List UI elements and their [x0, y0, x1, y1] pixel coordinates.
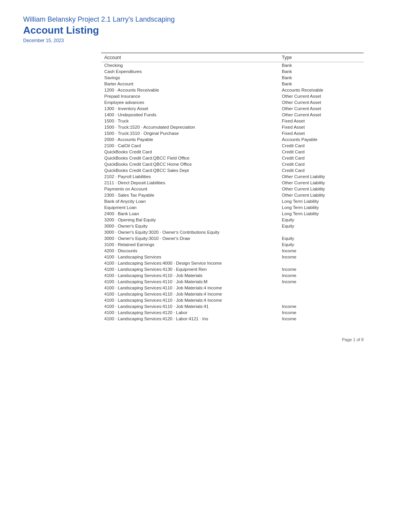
table-row: 3000 · Owner's Equity:3010 · Owner's Dra…: [101, 235, 364, 241]
table-row: 3000 · Owner's Equity:3020 · Owner's Con…: [101, 229, 364, 235]
report-header: William Belansky Project 2.1 Larry's Lan…: [23, 15, 387, 43]
account-type-cell: [279, 297, 364, 303]
account-type-cell: Credit Card: [279, 155, 364, 161]
account-type-cell: Income: [279, 303, 364, 309]
table-row: 2300 · Sales Tax PayableOther Current Li…: [101, 192, 364, 198]
table-row: 1300 · Inventory AssetOther Current Asse…: [101, 105, 364, 112]
table-row: 2400 · Bank LoanLong Term Liability: [101, 211, 364, 217]
table-row: 4100 · Landscaping Services:4000 · Desig…: [101, 260, 364, 266]
table-row: Equipment LoanLong Term Liability: [101, 204, 364, 211]
account-type-cell: Other Current Asset: [279, 93, 364, 99]
account-name-cell: Cash Expenditures: [101, 68, 279, 75]
table-row: QuickBooks Credit Card:QBCC Field Office…: [101, 155, 364, 161]
account-name-cell: 1400 · Undeposited Funds: [101, 112, 279, 118]
table-row: SavingsBank: [101, 75, 364, 81]
account-name-cell: 2100 · CalOil Card: [101, 143, 279, 149]
account-name-cell: QuickBooks Credit Card:QBCC Field Office: [101, 155, 279, 161]
account-type-cell: Credit Card: [279, 167, 364, 173]
account-name-cell: 1500 · Truck:1510 · Original Purchase: [101, 130, 279, 136]
report-title: Account Listing: [23, 24, 387, 36]
account-type-cell: [279, 260, 364, 266]
account-type-cell: Income: [279, 254, 364, 260]
account-name-cell: 4100 · Landscaping Services:4110 · Job M…: [101, 279, 279, 285]
table-row: 3100 · Retained EarningsEquity: [101, 241, 364, 248]
table-row: 3200 · Opening Bal EquityEquity: [101, 217, 364, 223]
account-type-cell: Equity: [279, 217, 364, 223]
table-row: Employee advancesOther Current Asset: [101, 99, 364, 105]
account-name-cell: 4100 · Landscaping Services:4110 · Job M…: [101, 285, 279, 291]
page-number: Page 1 of 8: [342, 337, 364, 342]
account-type-cell: [279, 291, 364, 297]
account-name-cell: 1200 · Accounts Receivable: [101, 87, 279, 93]
account-name-cell: 1500 · Truck:1520 · Accumulated Deprecia…: [101, 124, 279, 130]
account-type-cell: Equity: [279, 235, 364, 241]
account-type-cell: Other Current Liability: [279, 186, 364, 192]
table-row: 4100 · Landscaping Services:4110 · Job M…: [101, 279, 364, 285]
account-name-cell: 3000 · Owner's Equity:3020 · Owner's Con…: [101, 229, 279, 235]
account-type-cell: Fixed Asset: [279, 118, 364, 124]
account-name-cell: 3000 · Owner's Equity:3010 · Owner's Dra…: [101, 235, 279, 241]
account-name-cell: 4100 · Landscaping Services:4120 · Labor: [101, 309, 279, 316]
table-row: 4200 · DiscountsIncome: [101, 248, 364, 254]
account-type-cell: Fixed Asset: [279, 130, 364, 136]
account-name-cell: 4100 · Landscaping Services:4110 · Job M…: [101, 303, 279, 309]
table-row: 4100 · Landscaping Services:4130 · Equip…: [101, 266, 364, 272]
account-type-cell: Fixed Asset: [279, 124, 364, 130]
account-type-cell: Accounts Payable: [279, 136, 364, 143]
account-name-cell: 4100 · Landscaping Services:4120 · Labor…: [101, 316, 279, 322]
account-type-cell: Other Current Liability: [279, 192, 364, 198]
account-name-cell: 4100 · Landscaping Services:4110 · Job M…: [101, 297, 279, 303]
account-type-cell: Other Current Asset: [279, 99, 364, 105]
table-row: 2000 · Accounts PayableAccounts Payable: [101, 136, 364, 143]
table-row: Prepaid InsuranceOther Current Asset: [101, 93, 364, 99]
table-row: 2102 · Payroll LiabilitiesOther Current …: [101, 173, 364, 180]
account-type-cell: Income: [279, 316, 364, 322]
table-row: 4100 · Landscaping Services:4110 · Job M…: [101, 272, 364, 279]
account-name-cell: 2111 · Direct Deposit Liabilities: [101, 180, 279, 186]
account-name-cell: 4100 · Landscaping Services:4000 · Desig…: [101, 260, 279, 266]
table-row: 1200 · Accounts ReceivableAccounts Recei…: [101, 87, 364, 93]
account-name-cell: Prepaid Insurance: [101, 93, 279, 99]
account-name-cell: Checking: [101, 62, 279, 69]
account-name-cell: 1500 · Truck: [101, 118, 279, 124]
account-type-cell: Bank: [279, 68, 364, 75]
account-name-cell: 4100 · Landscaping Services: [101, 254, 279, 260]
account-type-cell: Income: [279, 272, 364, 279]
account-type-cell: Income: [279, 248, 364, 254]
table-row: 1500 · TruckFixed Asset: [101, 118, 364, 124]
table-row: 4100 · Landscaping Services:4110 · Job M…: [101, 291, 364, 297]
account-name-cell: 3000 · Owner's Equity: [101, 223, 279, 229]
account-type-cell: [279, 229, 364, 235]
account-name-cell: 2102 · Payroll Liabilities: [101, 173, 279, 180]
account-listing-table: Account Type CheckingBankCash Expenditur…: [101, 53, 364, 322]
account-name-cell: 2300 · Sales Tax Payable: [101, 192, 279, 198]
table-row: Cash ExpendituresBank: [101, 68, 364, 75]
account-type-cell: Income: [279, 279, 364, 285]
account-type-cell: Other Current Asset: [279, 105, 364, 112]
account-name-cell: QuickBooks Credit Card:QBCC Home Office: [101, 161, 279, 167]
account-name-cell: 2000 · Accounts Payable: [101, 136, 279, 143]
account-type-cell: Bank: [279, 75, 364, 81]
account-type-cell: [279, 285, 364, 291]
table-row: 4100 · Landscaping Services:4120 · Labor…: [101, 316, 364, 322]
account-type-cell: Bank: [279, 81, 364, 87]
account-type-cell: Income: [279, 309, 364, 316]
page-footer: Page 1 of 8: [23, 337, 364, 342]
account-type-cell: Bank: [279, 62, 364, 69]
account-type-cell: Income: [279, 266, 364, 272]
account-type-cell: Other Current Liability: [279, 180, 364, 186]
account-type-cell: Credit Card: [279, 143, 364, 149]
column-header-type: Type: [279, 53, 364, 62]
account-name-cell: 4100 · Landscaping Services:4110 · Job M…: [101, 291, 279, 297]
table-row: CheckingBank: [101, 62, 364, 69]
table-row: 4100 · Landscaping ServicesIncome: [101, 254, 364, 260]
table-row: 4100 · Landscaping Services:4110 · Job M…: [101, 285, 364, 291]
account-type-cell: Long Term Liability: [279, 198, 364, 204]
account-name-cell: 3100 · Retained Earnings: [101, 241, 279, 248]
account-type-cell: Equity: [279, 241, 364, 248]
table-row: 1500 · Truck:1520 · Accumulated Deprecia…: [101, 124, 364, 130]
account-type-cell: Equity: [279, 223, 364, 229]
table-row: Bank of Anycity LoanLong Term Liability: [101, 198, 364, 204]
table-row: 2100 · CalOil CardCredit Card: [101, 143, 364, 149]
account-type-cell: Credit Card: [279, 161, 364, 167]
